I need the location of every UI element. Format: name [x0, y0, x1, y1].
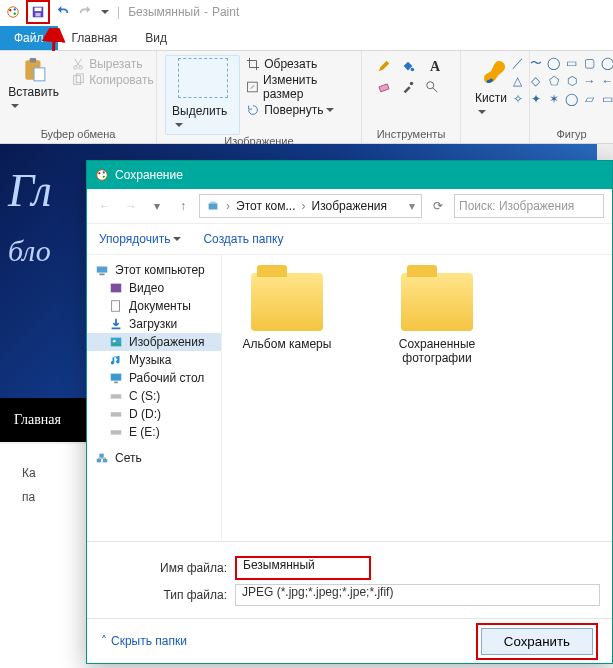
svg-rect-32	[111, 394, 122, 398]
tree-pictures[interactable]: Изображения	[87, 333, 221, 351]
tree-drive-c[interactable]: C (S:)	[87, 387, 221, 405]
pencil-tool[interactable]	[377, 59, 397, 76]
svg-rect-27	[112, 328, 121, 330]
group-shapes-label: Фигур	[556, 128, 586, 140]
tree-downloads[interactable]: Загрузки	[87, 315, 221, 333]
svg-point-3	[14, 13, 16, 15]
rotate-button[interactable]: Повернуть	[246, 103, 353, 117]
eraser-tool[interactable]	[377, 80, 397, 97]
filetype-select[interactable]: JPEG (*.jpg;*.jpeg;*.jpe;*.jfif)	[235, 584, 600, 606]
tree-network[interactable]: Сеть	[87, 449, 221, 467]
folder-saved-pictures[interactable]: Сохраненные фотографии	[382, 273, 492, 365]
svg-rect-22	[210, 202, 215, 204]
ribbon: Вставить Вырезать Копировать Буфер обмен…	[0, 51, 613, 144]
nav-recent-dropdown[interactable]: ▾	[147, 196, 167, 216]
qa-customize-dropdown[interactable]	[98, 5, 109, 19]
tree-drive-e[interactable]: E (E:)	[87, 423, 221, 441]
address-bar[interactable]: › Этот ком... › Изображения ▾	[199, 194, 422, 218]
save-button-highlight	[26, 0, 50, 24]
window-title-doc: Безымянный	[128, 5, 200, 19]
group-clipboard-label: Буфер обмена	[41, 128, 116, 140]
organize-menu[interactable]: Упорядочить	[99, 232, 181, 246]
svg-rect-6	[35, 13, 40, 17]
svg-rect-5	[35, 8, 42, 12]
crop-button[interactable]: Обрезать	[246, 57, 353, 71]
svg-point-20	[103, 176, 105, 178]
fill-tool[interactable]	[401, 59, 421, 76]
svg-rect-31	[114, 382, 118, 384]
window-title-app: Paint	[212, 5, 239, 19]
paint-app-icon	[4, 3, 22, 21]
tree-documents[interactable]: Документы	[87, 297, 221, 315]
cut-button[interactable]: Вырезать	[71, 57, 154, 71]
copy-button[interactable]: Копировать	[71, 73, 154, 87]
filename-label: Имя файла:	[159, 561, 227, 575]
svg-rect-9	[34, 68, 45, 81]
svg-rect-36	[103, 459, 107, 463]
save-button-dialog[interactable]: Сохранить	[481, 628, 593, 655]
svg-rect-34	[111, 430, 122, 434]
svg-rect-37	[99, 454, 103, 458]
svg-point-18	[98, 172, 100, 174]
file-fields: Имя файла: Безымянный Тип файла: JPEG (*…	[87, 541, 612, 618]
svg-rect-21	[209, 203, 218, 209]
tree-video[interactable]: Видео	[87, 279, 221, 297]
tree-drive-d[interactable]: D (D:)	[87, 405, 221, 423]
ribbon-tabs: Файл Главная Вид	[0, 24, 613, 51]
shapes-gallery[interactable]: ／〜◯▭▢◯△ △◇⬠⬡→←↑ ✧✦✶◯▱▭◇	[510, 55, 614, 107]
hide-folders-toggle[interactable]: ˄ Скрыть папки	[101, 634, 187, 648]
filename-input[interactable]: Безымянный	[235, 556, 371, 580]
svg-rect-24	[99, 274, 104, 276]
group-tools-label: Инструменты	[377, 128, 446, 140]
svg-rect-26	[112, 301, 120, 312]
filetype-label: Тип файла:	[159, 588, 227, 602]
svg-point-2	[14, 8, 16, 10]
magnifier-tool[interactable]	[425, 80, 445, 97]
address-bar-row: ← → ▾ ↑ › Этот ком... › Изображения ▾ ⟳ …	[87, 189, 612, 224]
tab-home[interactable]: Главная	[58, 26, 132, 50]
dialog-toolbar: Упорядочить Создать папку	[87, 224, 612, 255]
svg-rect-8	[29, 58, 36, 62]
svg-point-17	[97, 170, 108, 181]
svg-rect-35	[97, 459, 101, 463]
tab-file[interactable]: Файл	[0, 26, 58, 50]
svg-rect-30	[111, 374, 122, 381]
tree-this-pc[interactable]: Этот компьютер	[87, 261, 221, 279]
svg-point-13	[411, 68, 415, 72]
tree-music[interactable]: Музыка	[87, 351, 221, 369]
svg-rect-23	[97, 267, 108, 273]
tree-desktop[interactable]: Рабочий стол	[87, 369, 221, 387]
select-button[interactable]: Выделить	[165, 55, 240, 135]
quick-access-toolbar: | Безымянный - Paint	[0, 0, 613, 24]
nav-forward-button[interactable]: →	[121, 196, 141, 216]
svg-point-16	[427, 82, 434, 89]
svg-point-0	[8, 7, 19, 18]
folder-camera-roll[interactable]: Альбом камеры	[232, 273, 342, 351]
dialog-title: Сохранение	[115, 168, 183, 182]
save-button[interactable]	[29, 3, 47, 21]
svg-point-15	[410, 82, 414, 86]
save-button-highlight-2: Сохранить	[476, 623, 598, 660]
svg-rect-33	[111, 412, 122, 416]
svg-rect-14	[379, 84, 389, 92]
save-dialog: Сохранение ← → ▾ ↑ › Этот ком... › Изобр…	[86, 160, 613, 664]
folder-view[interactable]: Альбом камеры Сохраненные фотографии	[222, 255, 612, 541]
svg-rect-25	[111, 284, 122, 293]
search-input[interactable]: Поиск: Изображения	[454, 194, 604, 218]
picker-tool[interactable]	[401, 80, 421, 97]
nav-up-button[interactable]: ↑	[173, 196, 193, 216]
tab-view[interactable]: Вид	[131, 26, 181, 50]
nav-back-button[interactable]: ←	[95, 196, 115, 216]
dialog-titlebar: Сохранение	[87, 161, 612, 189]
new-folder-button[interactable]: Создать папку	[203, 232, 283, 246]
redo-button[interactable]	[76, 3, 94, 21]
undo-button[interactable]	[54, 3, 72, 21]
nav-tree: Этот компьютер Видео Документы Загрузки …	[87, 255, 222, 541]
text-tool[interactable]: A	[425, 59, 445, 76]
resize-button[interactable]: Изменить размер	[246, 73, 353, 101]
paste-button[interactable]: Вставить	[2, 55, 65, 115]
refresh-button[interactable]: ⟳	[428, 196, 448, 216]
svg-point-1	[9, 9, 11, 11]
svg-point-19	[103, 171, 105, 173]
